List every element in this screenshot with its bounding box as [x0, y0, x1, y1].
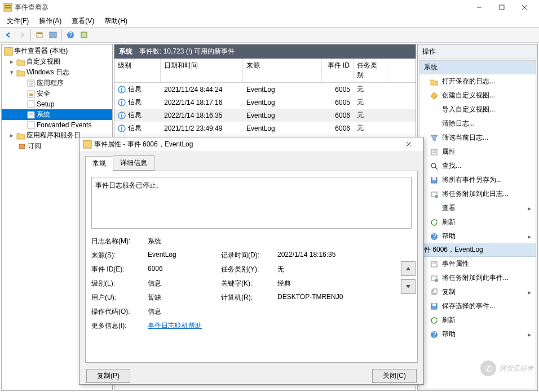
action-item[interactable]: 属性 [419, 145, 536, 159]
subscribe-icon [17, 142, 26, 151]
action-icon [430, 77, 439, 86]
copy-button[interactable]: 复制(P) [86, 369, 130, 383]
prev-event-button[interactable] [401, 261, 416, 276]
action-item[interactable]: 复制▸ [419, 285, 536, 299]
tab-details[interactable]: 详细信息 [113, 155, 154, 171]
info-icon: i [118, 124, 126, 132]
col-task[interactable]: 任务类别 [354, 59, 387, 82]
tree-root[interactable]: 事件查看器 (本地) [2, 46, 112, 56]
action-label: 属性 [442, 147, 456, 157]
cell-level: 信息 [128, 123, 142, 133]
event-row[interactable]: i信息2021/11/24 8:44:24EventLog6005无 [114, 83, 416, 96]
maximize-button[interactable] [491, 1, 513, 14]
cell-id: 6006 [322, 122, 354, 135]
action-item[interactable]: 导入自定义视图... [419, 103, 536, 117]
col-level[interactable]: 级别 [114, 59, 161, 82]
menu-file[interactable]: 文件(F) [2, 15, 33, 27]
lbl-computer: 计算机(R): [221, 293, 277, 302]
forward-button[interactable] [16, 29, 28, 41]
menu-action[interactable]: 操作(A) [34, 15, 66, 27]
action-icon [430, 133, 439, 142]
tree-application[interactable]: 应用程序 [2, 78, 112, 88]
svg-rect-53 [433, 289, 437, 293]
col-date[interactable]: 日期和时间 [161, 59, 243, 82]
event-properties-grid: 日志名称(M): 系统 来源(S): EventLog 记录时间(D): 202… [91, 237, 412, 331]
action-item[interactable]: 将任务附加到此日志... [419, 187, 536, 201]
tree-label: 系统 [37, 110, 50, 119]
col-source[interactable]: 来源 [243, 59, 322, 82]
cell-task: 无 [354, 83, 387, 96]
tree-system[interactable]: 系统 [2, 109, 112, 120]
action-item[interactable]: ?帮助▸ [419, 229, 536, 243]
event-viewer-icon [4, 47, 13, 56]
event-row[interactable]: i信息2021/11/2 23:49:49EventLog6006无 [114, 122, 416, 135]
folder-icon [16, 131, 25, 140]
cell-source: EventLog [243, 122, 322, 135]
action-item[interactable]: 清除日志... [419, 117, 536, 131]
toolbar-btn-2[interactable] [47, 29, 59, 41]
dialog-close-button[interactable] [397, 137, 420, 151]
action-icon [430, 91, 439, 100]
menu-help[interactable]: 帮助(H) [100, 15, 132, 27]
tree-label: 自定义视图 [26, 57, 60, 66]
svg-rect-9 [50, 32, 52, 38]
window-title: 事件查看器 [15, 3, 468, 12]
action-item[interactable]: 查找... [419, 159, 536, 173]
action-item[interactable]: 打开保存的日志... [419, 74, 536, 88]
action-item[interactable]: 创建自定义视图... [419, 88, 536, 103]
action-label: 打开保存的日志... [442, 77, 495, 86]
tree-security[interactable]: 安全 [2, 88, 112, 99]
event-description[interactable]: 事件日志服务已停止。 [91, 177, 412, 229]
menu-view[interactable]: 查看(V) [67, 15, 99, 27]
log-name: 系统 [119, 47, 132, 56]
minimize-button[interactable] [468, 1, 491, 14]
back-button[interactable] [2, 29, 15, 41]
action-item[interactable]: 刷新 [419, 313, 536, 327]
collapse-icon[interactable]: ▾ [8, 69, 15, 76]
svg-rect-26 [19, 144, 25, 149]
tree-forwarded[interactable]: Forwarded Events [2, 120, 112, 130]
svg-rect-8 [37, 33, 42, 34]
action-item[interactable]: 将所有事件另存为... [419, 173, 536, 187]
close-button[interactable] [513, 1, 536, 14]
event-row[interactable]: i信息2022/1/14 18:16:35EventLog6006无 [114, 109, 416, 122]
close-button[interactable]: 关闭(C) [372, 369, 417, 383]
val-user: 暂缺 [148, 293, 221, 302]
tree-windows-logs[interactable]: ▾ Windows 日志 [2, 67, 112, 78]
col-id[interactable]: 事件 ID [322, 59, 354, 82]
actions-title: 操作 [418, 44, 537, 59]
action-item[interactable]: 保存选择的事件... [419, 299, 536, 313]
svg-rect-13 [81, 32, 87, 38]
lbl-logged: 记录时间(D): [221, 251, 277, 260]
cell-date: 2022/1/14 18:16:35 [161, 109, 243, 122]
tree-label: Forwarded Events [37, 121, 91, 129]
action-label: 帮助 [442, 231, 456, 241]
tree-setup[interactable]: Setup [2, 99, 112, 109]
action-item[interactable]: 刷新 [419, 215, 536, 229]
action-group-event: 件 6006，EventLog [419, 243, 536, 257]
cell-source: EventLog [243, 109, 322, 122]
toolbar-btn-1[interactable] [33, 29, 46, 41]
tree-custom-views[interactable]: ▸ 自定义视图 [2, 56, 112, 67]
next-event-button[interactable] [401, 279, 416, 294]
action-item[interactable]: 事件属性 [419, 257, 536, 271]
event-row[interactable]: i信息2022/1/14 18:17:16EventLog6005无 [114, 96, 416, 109]
action-icon: ? [430, 232, 439, 241]
cell-task: 无 [354, 109, 387, 122]
expand-icon[interactable]: ▸ [8, 58, 15, 65]
grid-header: 级别 日期和时间 来源 事件 ID 任务类别 [114, 59, 416, 83]
action-label: 复制 [442, 287, 456, 297]
cell-level: 信息 [128, 97, 142, 107]
val-taskcat: 无 [277, 265, 368, 274]
action-item[interactable]: 查看▸ [419, 201, 536, 215]
action-item[interactable]: 将任务附加到此事件... [419, 271, 536, 285]
tab-general[interactable]: 常规 [85, 156, 113, 171]
help-button[interactable]: ? [64, 29, 77, 41]
action-icon [430, 302, 439, 311]
toolbar-btn-3[interactable] [78, 29, 90, 41]
expand-icon[interactable]: ▸ [8, 132, 15, 139]
more-info-link[interactable]: 事件日志联机帮助 [148, 322, 202, 329]
val-keywords: 经典 [277, 279, 368, 288]
action-item[interactable]: 筛选当前日志... [419, 131, 536, 145]
action-item[interactable]: ?帮助▸ [419, 327, 536, 341]
